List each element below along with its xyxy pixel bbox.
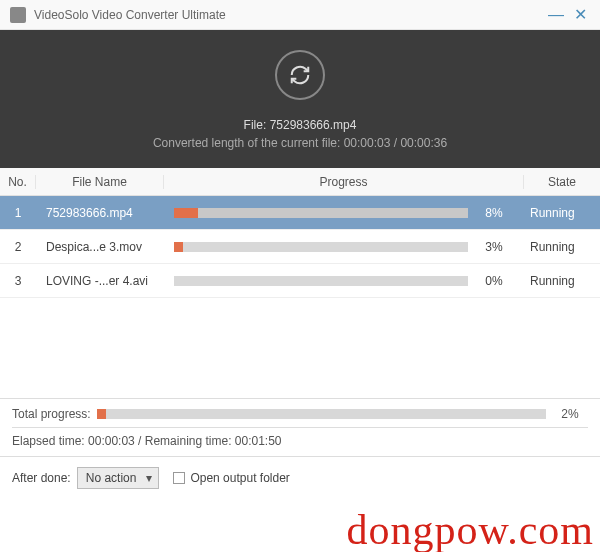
conv-sep: / <box>390 136 400 150</box>
col-progress-header: Progress <box>164 175 524 189</box>
row-state: Running <box>524 240 600 254</box>
open-folder-checkbox[interactable] <box>173 472 185 484</box>
converted-length-line: Converted length of the current file: 00… <box>0 136 600 150</box>
conv-total: 00:00:36 <box>400 136 447 150</box>
minimize-button[interactable]: — <box>546 5 566 25</box>
row-progress-bar <box>174 276 468 286</box>
row-progress: 3% <box>164 240 524 254</box>
row-state: Running <box>524 206 600 220</box>
col-state-header: State <box>524 175 600 189</box>
row-progress: 8% <box>164 206 524 220</box>
row-progress-pct: 8% <box>474 206 514 220</box>
row-spacer <box>0 298 600 398</box>
col-file-header: File Name <box>36 175 164 189</box>
close-button[interactable]: ✕ <box>570 5 590 25</box>
progress-header: File: 752983666.mp4 Converted length of … <box>0 30 600 168</box>
total-progress-pct: 2% <box>552 407 588 421</box>
app-icon <box>10 7 26 23</box>
elapsed-remaining-line: Elapsed time: 00:00:03 / Remaining time:… <box>12 427 588 448</box>
rows-host: 1752983666.mp48%Running2Despica...e 3.mo… <box>0 196 600 298</box>
row-progress-fill <box>174 242 183 252</box>
row-no: 2 <box>0 240 36 254</box>
titlebar: VideoSolo Video Converter Ultimate — ✕ <box>0 0 600 30</box>
row-file-name: Despica...e 3.mov <box>36 240 164 254</box>
file-name: 752983666.mp4 <box>270 118 357 132</box>
row-progress-pct: 0% <box>474 274 514 288</box>
row-progress-bar <box>174 208 468 218</box>
row-file-name: LOVING -...er 4.avi <box>36 274 164 288</box>
elapsed-value: 00:00:03 <box>88 434 135 448</box>
row-progress-fill <box>174 208 198 218</box>
current-file-line: File: 752983666.mp4 <box>0 118 600 132</box>
after-done-value: No action <box>86 471 137 485</box>
row-state: Running <box>524 274 600 288</box>
row-no: 1 <box>0 206 36 220</box>
table-header: No. File Name Progress State <box>0 168 600 196</box>
spinner-icon <box>275 50 325 100</box>
total-progress-fill <box>97 409 106 419</box>
watermark-text: dongpow.com <box>347 506 594 552</box>
elapsed-label: Elapsed time: <box>12 434 88 448</box>
footer: After done: No action Open output folder <box>0 456 600 499</box>
remain-value: 00:01:50 <box>235 434 282 448</box>
total-progress-bar <box>97 409 546 419</box>
row-progress: 0% <box>164 274 524 288</box>
row-progress-bar <box>174 242 468 252</box>
table-row[interactable]: 1752983666.mp48%Running <box>0 196 600 230</box>
open-folder-label: Open output folder <box>190 471 289 485</box>
after-done-label: After done: <box>12 471 71 485</box>
row-file-name: 752983666.mp4 <box>36 206 164 220</box>
after-done-select[interactable]: No action <box>77 467 160 489</box>
col-no-header: No. <box>0 175 36 189</box>
row-no: 3 <box>0 274 36 288</box>
conv-elapsed: 00:00:03 <box>344 136 391 150</box>
time-sep: / <box>135 434 145 448</box>
totals-panel: Total progress: 2% Elapsed time: 00:00:0… <box>0 398 600 456</box>
file-prefix: File: <box>244 118 270 132</box>
table-row[interactable]: 3LOVING -...er 4.avi0%Running <box>0 264 600 298</box>
remain-label: Remaining time: <box>145 434 235 448</box>
table-row[interactable]: 2Despica...e 3.mov3%Running <box>0 230 600 264</box>
total-progress-label: Total progress: <box>12 407 91 421</box>
total-progress-row: Total progress: 2% <box>12 407 588 421</box>
app-title: VideoSolo Video Converter Ultimate <box>34 8 542 22</box>
row-progress-pct: 3% <box>474 240 514 254</box>
conv-prefix: Converted length of the current file: <box>153 136 344 150</box>
